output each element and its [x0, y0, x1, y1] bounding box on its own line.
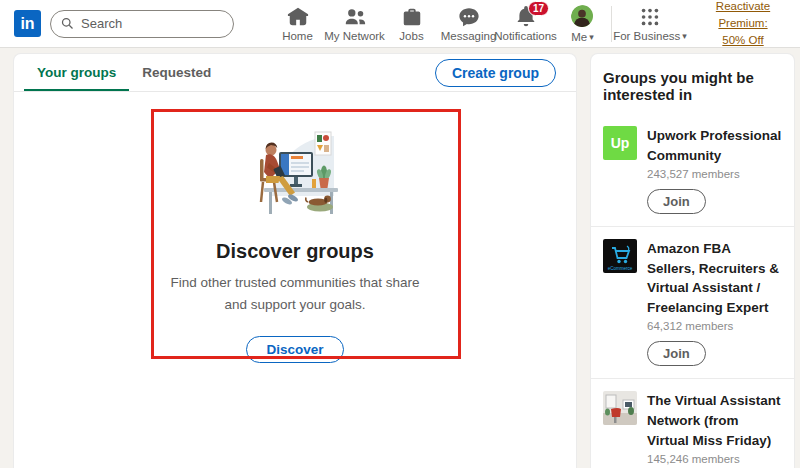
nav-messaging[interactable]: Messaging: [440, 0, 497, 47]
workspace-illustration: [236, 126, 354, 218]
office-photo-logo[interactable]: [603, 391, 637, 425]
briefcase-icon: [401, 6, 423, 28]
svg-text:eCommerce: eCommerce: [608, 266, 633, 271]
tab-requested[interactable]: Requested: [129, 54, 224, 91]
nav-for-business[interactable]: For Business ▾: [612, 0, 688, 47]
nav-me-label: Me ▾: [571, 31, 594, 43]
people-icon: [344, 6, 366, 28]
groups-card: Your groups Requested Create group: [13, 53, 577, 468]
create-group-button[interactable]: Create group: [435, 59, 556, 87]
discover-groups-subtitle: Find other trusted communities that shar…: [170, 272, 419, 317]
search-icon: [60, 16, 75, 31]
ecommerce-logo[interactable]: eCommerce: [603, 239, 637, 273]
for-business-label: For Business ▾: [613, 30, 687, 42]
nav-jobs-label: Jobs: [399, 30, 423, 42]
group-members: 64,312 members: [647, 320, 782, 332]
discover-groups-section: Discover groups Find other trusted commu…: [14, 92, 576, 363]
group-name[interactable]: Amazon FBA Sellers, Recruiters & Virtual…: [647, 239, 782, 317]
nav-home-label: Home: [282, 30, 313, 42]
join-button[interactable]: Join: [647, 189, 706, 214]
group-item-upwork: Up Upwork Professional Community 243,527…: [591, 114, 794, 226]
grid-icon: [639, 6, 661, 28]
group-members: 243,527 members: [647, 168, 782, 180]
group-item-amazon-fba: eCommerce Amazon FBA Sellers, Recruiters…: [591, 226, 794, 378]
group-name[interactable]: The Virtual Assistant Network (from Virt…: [647, 391, 782, 450]
chevron-down-icon: ▾: [589, 32, 594, 42]
nav-my-network-label: My Network: [324, 30, 385, 42]
suggested-groups-title: Groups you might be interested in: [591, 54, 794, 114]
discover-button[interactable]: Discover: [246, 336, 343, 363]
nav-my-network[interactable]: My Network: [326, 0, 383, 47]
join-button[interactable]: Join: [647, 341, 706, 366]
linkedin-logo[interactable]: in: [14, 10, 41, 37]
nav-messaging-label: Messaging: [441, 30, 497, 42]
upwork-logo[interactable]: Up: [603, 126, 637, 160]
discover-groups-title: Discover groups: [216, 240, 374, 263]
top-nav: in Home My Network Jo: [0, 0, 800, 48]
suggested-groups-card: Groups you might be interested in Up Upw…: [590, 53, 795, 468]
groups-tabs: Your groups Requested Create group: [14, 54, 576, 92]
notification-badge: 17: [528, 1, 549, 16]
messaging-icon: [458, 6, 480, 28]
search-box: [50, 10, 234, 38]
nav-notifications[interactable]: Notifications 17: [497, 0, 554, 47]
group-name[interactable]: Upwork Professional Community: [647, 126, 782, 165]
reactivate-premium-link[interactable]: Reactivate Premium: 50% Off: [690, 0, 796, 49]
chevron-down-icon: ▾: [682, 31, 687, 41]
group-members: 145,246 members: [647, 453, 782, 465]
nav-home[interactable]: Home: [269, 0, 326, 47]
nav-notifications-label: Notifications: [494, 30, 557, 42]
group-item-virtual-assistant: The Virtual Assistant Network (from Virt…: [591, 378, 794, 468]
nav-jobs[interactable]: Jobs: [383, 0, 440, 47]
avatar: [571, 5, 595, 29]
home-icon: [287, 6, 309, 28]
nav-me[interactable]: Me ▾: [554, 0, 611, 47]
tab-your-groups[interactable]: Your groups: [24, 54, 129, 91]
search-input[interactable]: [81, 16, 224, 31]
primary-nav: Home My Network Jobs Messagin: [269, 0, 611, 47]
